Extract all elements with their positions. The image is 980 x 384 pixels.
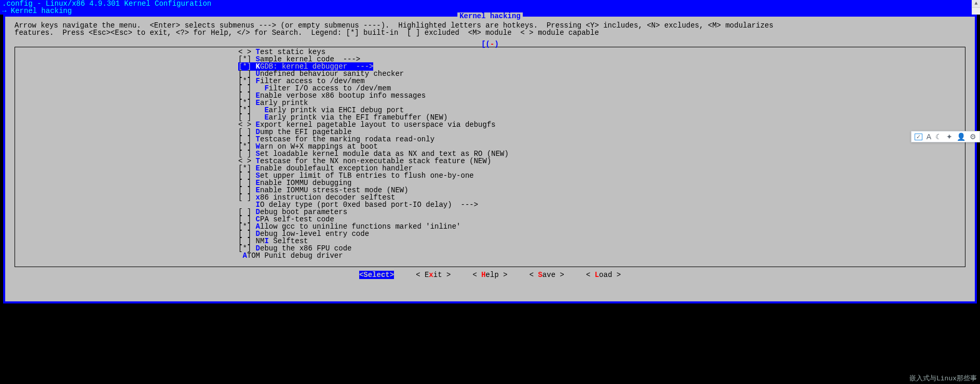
menu-item[interactable]: [ ] Enable IOMMU debugging <box>15 179 965 187</box>
watermark: 嵌入式与Linux那些事 <box>909 375 977 382</box>
menu-item[interactable]: [ ] Enable IOMMU stress-test mode (NEW) <box>15 187 965 194</box>
menu-item[interactable]: [ ] Filter I/O access to /dev/mem <box>15 85 965 92</box>
menu-item[interactable]: [ ] Dump the EFI pagetable <box>15 128 965 136</box>
dialog-frame: Kernel hacking Arrow keys navigate the m… <box>3 15 977 303</box>
menu-item[interactable]: [*] KGDB: kernel debugger ---> <box>15 63 965 70</box>
menu-item[interactable]: [ ] Enable verbose x86 bootup info messa… <box>15 92 965 99</box>
menu-item[interactable]: [*] Warn on W+X mappings at boot <box>15 143 965 150</box>
browser-reader-toolbar[interactable]: ✓ A ☾ ✦ 👤 ⚙ <box>911 131 980 142</box>
menu-list[interactable]: < > Test static keys[*] Sample kernel co… <box>15 47 965 267</box>
menu-item[interactable]: [ ] Debug low-level entry code <box>15 230 965 237</box>
select-button[interactable]: <Select> <box>359 271 394 279</box>
menu-item[interactable]: [*] Early printk via EHCI debug port <box>15 107 965 114</box>
load-button[interactable]: < Load > <box>586 271 621 279</box>
title-line-2: → Kernel hacking <box>2 7 72 15</box>
gear-icon[interactable]: ⚙ <box>970 133 976 140</box>
menu-item[interactable]: IO delay type (port 0xed based port-IO d… <box>15 201 965 208</box>
browser-scrollbar[interactable] <box>972 0 980 15</box>
moon-icon[interactable]: ☾ <box>935 133 942 140</box>
menu-item[interactable]: [*] Early printk <box>15 99 965 107</box>
menu-item[interactable]: ATOM Punit debug driver <box>15 252 965 259</box>
menu-item[interactable]: [*] Debug the x86 FPU code <box>15 245 965 252</box>
sparkle-icon[interactable]: ✦ <box>946 133 952 140</box>
menu-item[interactable]: [*] Enable doublefault exception handler <box>15 165 965 172</box>
menu-item[interactable]: [*] Allow gcc to uninline functions mark… <box>15 223 965 230</box>
help-button[interactable]: < Help > <box>472 271 507 279</box>
menu-item[interactable]: [*] Filter access to /dev/mem <box>15 77 965 85</box>
menu-item[interactable]: [ ] CPA self-test code <box>15 216 965 223</box>
menu-item[interactable]: [ ] Set upper limit of TLB entries to fl… <box>15 172 965 179</box>
menu-item[interactable]: [ ] Testcase for the marking rodata read… <box>15 136 965 143</box>
menu-item[interactable]: [ ] Set loadable kernel module data as N… <box>15 150 965 157</box>
menu-item[interactable]: < > Test static keys <box>15 48 965 56</box>
menu-item[interactable]: [ ] Undefined behaviour sanity checker <box>15 70 965 77</box>
menu-item[interactable]: [ ] x86 instruction decoder selftest <box>15 194 965 201</box>
menu-item[interactable]: [ ] Early printk via the EFI framebuffer… <box>15 114 965 121</box>
reader-check-icon[interactable]: ✓ <box>915 134 922 140</box>
menu-item[interactable]: < > Testcase for the NX non-executable s… <box>15 157 965 165</box>
person-icon[interactable]: 👤 <box>957 133 965 140</box>
save-button[interactable]: < Save > <box>529 271 564 279</box>
button-bar: <Select> < Exit > < Help > < Save > < Lo… <box>5 271 975 279</box>
menu-item[interactable]: [*] Sample kernel code ---> <box>15 56 965 63</box>
menu-item[interactable]: < > Export kernel pagetable layout to us… <box>15 121 965 128</box>
menu-item[interactable]: [ ] NMI Selftest <box>15 237 965 245</box>
exit-button[interactable]: < Exit > <box>416 271 451 279</box>
font-icon[interactable]: A <box>927 133 931 140</box>
menu-item[interactable]: [ ] Debug boot parameters <box>15 208 965 216</box>
section-title: Kernel hacking <box>457 12 523 20</box>
